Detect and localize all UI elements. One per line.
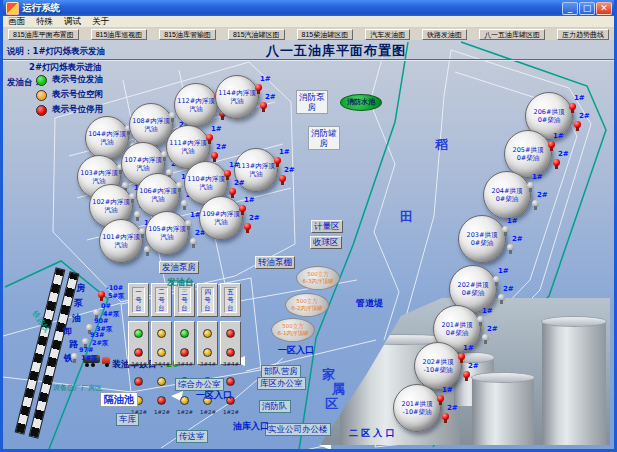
status-light-yellow bbox=[157, 348, 166, 357]
light-label: 2# bbox=[162, 409, 170, 415]
port-1-label: 1# bbox=[574, 94, 585, 102]
nav-button-diesel-area[interactable]: 815柴油罐区图 bbox=[297, 29, 354, 40]
nav-button-inspection[interactable]: 815油库巡视图 bbox=[91, 29, 148, 40]
legend-status-dot bbox=[36, 75, 47, 86]
light-label: 3# bbox=[131, 361, 139, 367]
legend-item-label: 表示号位空闲 bbox=[52, 89, 103, 101]
nav-button-pressure-trend[interactable]: 压力趋势曲线 bbox=[557, 29, 609, 40]
buried-tank-capacity: 500立方 bbox=[297, 271, 339, 278]
title-bar: 运行系统 _ □ ✕ bbox=[3, 0, 614, 16]
light-labels-top: 3#4# bbox=[198, 361, 217, 367]
status-light-red bbox=[157, 396, 166, 405]
status-light-red bbox=[226, 329, 235, 338]
pin-stem bbox=[439, 401, 442, 405]
gasoline-tank[interactable]: 114#内浮顶汽油1#2# bbox=[215, 75, 259, 119]
light-labels-bottom: 1#2# bbox=[198, 409, 217, 415]
building-label: 传达室 bbox=[176, 430, 208, 443]
close-button[interactable]: ✕ bbox=[596, 2, 612, 15]
minimize-button[interactable]: _ bbox=[562, 2, 578, 15]
light-label: 3# bbox=[154, 361, 162, 367]
maximize-button[interactable]: □ bbox=[579, 2, 595, 15]
status-light-red bbox=[226, 377, 235, 386]
diesel-tank[interactable]: 201#拱顶-10#柴油1#2# bbox=[393, 384, 441, 432]
loading-bay-name: 五号台 bbox=[224, 287, 237, 313]
nav-button-plan[interactable]: 815油库平面布置图 bbox=[8, 29, 79, 40]
rail-unloading-pump[interactable]: -10#5#泵 bbox=[98, 285, 132, 302]
port-1-valve-icon bbox=[569, 103, 576, 113]
port-2-label: 2# bbox=[249, 214, 260, 222]
tank-product: 汽油 bbox=[200, 183, 213, 191]
port-1-label: 1# bbox=[507, 217, 518, 225]
tank-name: 111#内浮顶 bbox=[169, 139, 206, 147]
tank-name: 206#拱顶 bbox=[534, 108, 565, 116]
menu-item-special[interactable]: 特殊 bbox=[36, 16, 53, 28]
gasoline-tank[interactable]: 112#内浮顶汽油1#2# bbox=[174, 83, 218, 127]
pin-stem bbox=[276, 163, 279, 167]
port-2-valve-icon bbox=[229, 188, 236, 198]
nav-button-tank-area[interactable]: 八一五油库罐区图 bbox=[479, 29, 545, 40]
port-2-label: 2# bbox=[537, 191, 548, 199]
pin-stem bbox=[226, 176, 229, 180]
pin-stem bbox=[187, 226, 190, 230]
pump-status-icon bbox=[98, 291, 105, 301]
menu-item-debug[interactable]: 调试 bbox=[64, 16, 81, 28]
buried-tank-name: 6-2内浮顶罐 bbox=[286, 305, 328, 312]
rail-unloading-pump[interactable]: 97#1#泵 bbox=[71, 347, 105, 364]
pin-stem bbox=[484, 340, 487, 344]
light-label: 1# bbox=[177, 409, 185, 415]
nav-button-rail-loading[interactable]: 铁路发油图 bbox=[422, 29, 467, 40]
loading-bay-name: 一号台 bbox=[132, 287, 145, 313]
menu-item-about[interactable]: 关于 bbox=[92, 16, 109, 28]
loading-bay[interactable]: 五号台 bbox=[220, 283, 241, 317]
rail-pump-house-char: 油 bbox=[72, 312, 81, 325]
port-1-label: 1# bbox=[532, 173, 543, 181]
port-1-label: 1# bbox=[553, 132, 564, 140]
rail-pump-house-char: 泵 bbox=[74, 297, 83, 310]
gasoline-tank[interactable]: 109#内浮顶汽油1#2# bbox=[199, 196, 243, 240]
menu-item-screen[interactable]: 画面 bbox=[8, 16, 25, 28]
nav-button-pipeline[interactable]: 815油库管输图 bbox=[159, 29, 216, 40]
pump-grade-label: 90# bbox=[94, 317, 109, 325]
port-2-label: 2# bbox=[447, 404, 458, 412]
port-1-valve-icon bbox=[239, 205, 246, 215]
pin-stem bbox=[241, 211, 244, 215]
pin-stem bbox=[534, 206, 537, 210]
gasoline-tank[interactable]: 105#内浮顶汽油1#2# bbox=[145, 211, 189, 255]
gasoline-tank[interactable]: 101#内浮顶汽油1#2# bbox=[99, 219, 143, 263]
tank-product: 汽油 bbox=[101, 138, 114, 146]
nav-button-gasoline-area[interactable]: 815汽油罐区图 bbox=[228, 29, 285, 40]
nav-button-truck-loading[interactable]: 汽车发油图 bbox=[365, 29, 410, 40]
pin-stem bbox=[100, 297, 103, 301]
screen-toolbar: 815油库平面布置图 815油库巡视图 815油库管输图 815汽油罐区图 81… bbox=[3, 28, 614, 40]
photo-tank bbox=[542, 320, 606, 445]
tank-product: 汽油 bbox=[115, 241, 128, 249]
tank-name: 204#拱顶 bbox=[492, 187, 523, 195]
light-row-top bbox=[175, 323, 194, 361]
light-row-top bbox=[198, 323, 217, 361]
diesel-tank[interactable]: 203#拱顶0#柴油1#2# bbox=[458, 215, 506, 263]
loading-bay[interactable]: 四号台 bbox=[197, 283, 218, 317]
buried-tank[interactable]: 500立方6-2内浮顶罐 bbox=[285, 293, 329, 317]
tank-product: 汽油 bbox=[105, 206, 118, 214]
tank-product: 0#柴油 bbox=[538, 116, 561, 124]
area-label: 田 bbox=[400, 208, 413, 226]
port-2-label: 2# bbox=[512, 235, 523, 243]
buried-tank[interactable]: 500立方6-1内浮顶罐 bbox=[271, 318, 315, 342]
plant-map-canvas: 八一五油库平面布置图 说明：1#灯闪烁表示发油 2#灯闪烁表示进油 发油台： 装… bbox=[3, 40, 614, 449]
port-1-label: 1# bbox=[229, 161, 240, 169]
tank-name: 110#内浮顶 bbox=[187, 175, 224, 183]
gasoline-tank[interactable]: 106#内浮顶汽油1#2# bbox=[136, 173, 180, 217]
buried-tank[interactable]: 500立方6-3内浮顶罐 bbox=[296, 266, 340, 290]
port-1-valve-icon bbox=[176, 182, 183, 192]
tank-product: 0#柴油 bbox=[517, 154, 540, 162]
tank-name: 101#内浮顶 bbox=[102, 233, 139, 241]
pin-stem bbox=[131, 199, 134, 203]
diesel-tank[interactable]: 204#拱顶0#柴油1#2# bbox=[483, 171, 531, 219]
tank-name: 107#内浮顶 bbox=[124, 156, 161, 164]
status-light-green bbox=[180, 329, 189, 338]
diesel-tank[interactable]: 202#拱顶-10#柴油1#2# bbox=[414, 342, 462, 390]
legend-status-dot bbox=[36, 90, 47, 101]
status-light-red bbox=[134, 348, 143, 357]
port-2-valve-icon bbox=[190, 238, 197, 248]
pin-stem bbox=[571, 109, 574, 113]
